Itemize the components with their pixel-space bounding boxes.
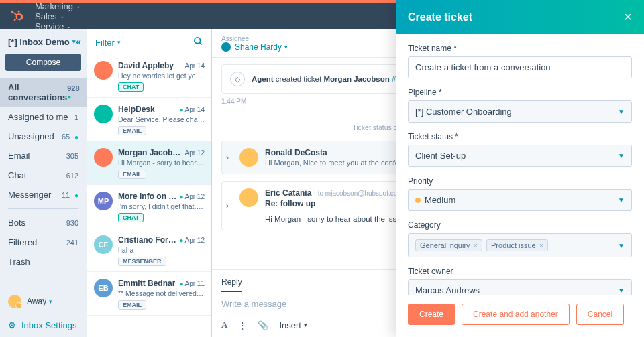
compose-button[interactable]: Compose <box>5 54 81 71</box>
inbox-selector[interactable]: [*] Inbox Demo ▾ « <box>0 29 87 51</box>
close-icon[interactable]: × <box>624 9 632 25</box>
thread-date: Apr 14 <box>185 62 205 70</box>
inbox-settings-link[interactable]: ⚙ Inbox Settings <box>0 314 87 337</box>
thread-name: Emmitt Bednar <box>118 279 175 288</box>
insert-dropdown[interactable]: Insert▾ <box>279 320 307 330</box>
presence-selector[interactable]: Away ▾ <box>0 289 87 314</box>
folder-label: Chat <box>8 170 26 180</box>
thread-item[interactable]: MPMore info on Produ…●Apr 12I'm sorry, I… <box>87 185 211 228</box>
folder-unassigned[interactable]: Unassigned65 ● <box>0 127 87 146</box>
attachment-icon[interactable]: 📎 <box>258 320 268 330</box>
nav-sales[interactable]: Sales⌄ <box>35 11 99 21</box>
ticket-name-input[interactable] <box>408 56 632 78</box>
chevron-down-icon: ▼ <box>618 152 625 159</box>
cancel-button[interactable]: Cancel <box>576 304 624 325</box>
folder-trash[interactable]: Trash <box>0 252 87 271</box>
thread-item[interactable]: David ApplebyApr 14Hey no worries let ge… <box>87 54 211 98</box>
reply-tab[interactable]: Reply <box>221 277 242 292</box>
ticket-icon: ◇ <box>230 72 245 86</box>
hubspot-logo-icon <box>8 8 24 24</box>
folder-count: 612 <box>66 172 78 180</box>
inbox-title: [*] Inbox Demo <box>8 37 70 47</box>
avatar: CF <box>94 235 113 254</box>
settings-label: Inbox Settings <box>21 320 76 330</box>
code-icon[interactable]: ⋮ <box>238 320 247 330</box>
sys-agent: Agent <box>252 75 274 83</box>
folder-all-conversations[interactable]: All conversations928 ● <box>0 78 87 107</box>
chevron-down-icon: ▾ <box>284 44 288 50</box>
thread-item[interactable]: EBEmmitt Bednar●Apr 11** Message not del… <box>87 272 211 316</box>
category-chip[interactable]: General inquiry× <box>415 239 482 251</box>
search-icon[interactable] <box>193 36 203 48</box>
create-button[interactable]: Create <box>408 304 455 325</box>
thread-name: More info on Produ… <box>118 192 179 201</box>
category-select[interactable]: General inquiry×Product issue× ▼ <box>408 233 632 257</box>
chevron-right-icon[interactable]: › <box>226 153 229 162</box>
priority-value: Medium <box>425 195 455 205</box>
channel-tag: CHAT <box>118 213 144 222</box>
avatar <box>94 105 113 123</box>
svg-line-1 <box>199 42 201 44</box>
collapse-icon[interactable]: « <box>76 36 81 47</box>
assignee-name: Shane Hardy <box>235 42 282 52</box>
folder-label: Messenger <box>8 190 51 200</box>
priority-dot-icon <box>415 198 421 203</box>
chevron-down-icon: ▾ <box>117 39 121 46</box>
folder-label: Bots <box>8 218 25 228</box>
folder-chat[interactable]: Chat612 <box>0 165 87 185</box>
folder-count: 11 ● <box>62 191 78 199</box>
font-icon[interactable]: A <box>221 320 227 330</box>
folder-count: 305 <box>66 152 78 160</box>
channel-tag: CHAT <box>118 82 144 92</box>
thread-name: Cristiano Forest <box>118 235 179 245</box>
priority-select[interactable]: Medium ▼ <box>408 189 632 211</box>
chevron-down-icon: ▼ <box>618 287 625 294</box>
folder-label: Assigned to me <box>8 112 68 122</box>
folder-count: 1 <box>74 113 78 121</box>
chevron-down-icon: ▼ <box>618 196 625 204</box>
pipeline-label: Pipeline * <box>408 88 632 97</box>
avatar: MP <box>94 192 113 210</box>
chevron-right-icon[interactable]: › <box>226 201 229 210</box>
folder-email[interactable]: Email305 <box>0 146 87 165</box>
status-select[interactable]: Client Set-up ▼ <box>408 145 632 167</box>
avatar <box>239 188 258 207</box>
owner-select[interactable]: Marcus Andrews ▼ <box>408 279 632 295</box>
thread-item[interactable]: CFCristiano Forest●Apr 12hahaMESSENGER <box>87 228 211 272</box>
unread-dot-icon: ● <box>179 280 183 287</box>
folder-bots[interactable]: Bots930 <box>0 213 87 232</box>
category-label: Category <box>408 220 632 230</box>
svg-point-0 <box>195 38 201 44</box>
pipeline-select[interactable]: [*] Customer Onboarding ▼ <box>408 100 632 123</box>
filter-label: Filter <box>95 38 115 48</box>
channel-tag: MESSENGER <box>118 257 166 266</box>
message-sender: Eric Catania <box>265 188 311 198</box>
unread-dot-icon: ● <box>67 93 71 100</box>
ticket-name-label: Ticket name * <box>408 44 632 53</box>
create-and-add-another-button[interactable]: Create and add another <box>462 304 570 325</box>
folder-list: All conversations928 ●Assigned to me1Una… <box>0 78 87 289</box>
thread-date: ●Apr 12 <box>179 237 205 244</box>
panel-title: Create ticket <box>408 11 472 23</box>
folder-filtered[interactable]: Filtered241 <box>0 232 87 252</box>
thread-item[interactable]: HelpDesk●Apr 14Dear Service, Please chan… <box>87 98 211 141</box>
sys-ticket-name: Morgan Jacobson <box>323 75 389 83</box>
folder-count: 930 <box>66 219 78 227</box>
owner-label: Ticket owner <box>408 267 632 276</box>
thread-preview: Hey no worries let get you in cont… <box>118 72 205 80</box>
chevron-down-icon: ▾ <box>72 38 76 45</box>
chip-remove-icon[interactable]: × <box>474 241 478 249</box>
unread-dot-icon: ● <box>72 133 78 141</box>
sidebar: [*] Inbox Demo ▾ « Compose All conversat… <box>0 29 87 337</box>
chip-remove-icon[interactable]: × <box>539 241 543 249</box>
user-icon <box>221 42 231 52</box>
unread-dot-icon: ● <box>179 193 183 200</box>
folder-messenger[interactable]: Messenger11 ● <box>0 185 87 204</box>
filter-dropdown[interactable]: Filter ▾ <box>95 38 121 48</box>
avatar <box>239 148 258 167</box>
category-chip[interactable]: Product issue× <box>486 239 548 251</box>
chevron-down-icon: ⌄ <box>76 3 81 9</box>
nav-marketing[interactable]: Marketing⌄ <box>35 1 99 11</box>
folder-assigned-to-me[interactable]: Assigned to me1 <box>0 107 87 127</box>
thread-item[interactable]: Morgan JacobsonApr 12Hi Morgan - sorry t… <box>87 141 211 185</box>
